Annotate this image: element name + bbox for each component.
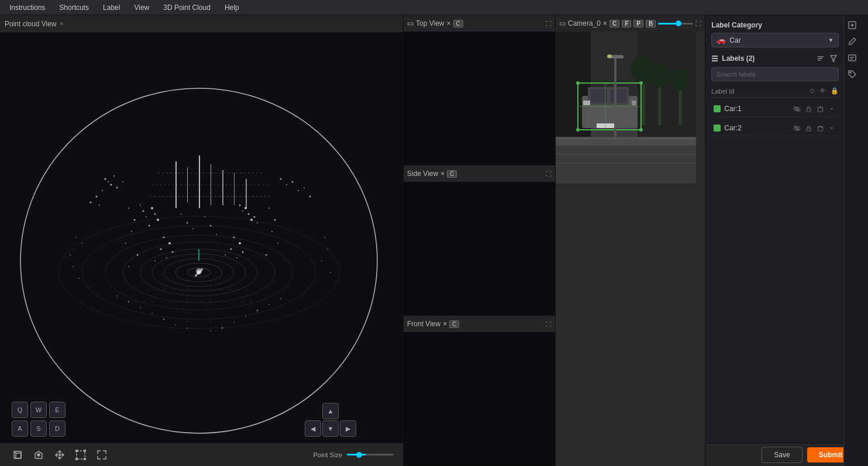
label-item-car1-actions bbox=[792, 104, 836, 113]
menu-view[interactable]: View bbox=[128, 2, 155, 13]
key-up[interactable]: ▲ bbox=[322, 403, 339, 419]
side-view-content[interactable] bbox=[404, 182, 555, 315]
tool-fullscreen-icon[interactable] bbox=[94, 447, 110, 463]
top-view-maximize-icon[interactable]: ⛶ bbox=[546, 20, 552, 27]
key-left[interactable]: ◀ bbox=[305, 420, 321, 437]
svg-point-141 bbox=[671, 70, 690, 91]
front-view-panel: Front View × C ⛶ bbox=[404, 316, 555, 466]
category-dropdown[interactable]: 🚗 Car ▼ bbox=[711, 33, 839, 47]
tool-segment-icon[interactable] bbox=[30, 447, 47, 463]
label-item-car2-lock[interactable] bbox=[804, 123, 813, 133]
point-size-control: Point Size bbox=[313, 451, 394, 458]
svg-rect-181 bbox=[807, 128, 811, 131]
search-labels-input[interactable] bbox=[711, 67, 839, 81]
svg-rect-165 bbox=[849, 55, 856, 61]
svg-point-62 bbox=[236, 257, 237, 258]
svg-point-92 bbox=[244, 207, 247, 209]
camera-minimize-icon[interactable]: ▭ bbox=[559, 19, 566, 27]
svg-rect-123 bbox=[77, 451, 85, 459]
key-right[interactable]: ▶ bbox=[340, 420, 356, 437]
menu-help[interactable]: Help bbox=[219, 2, 245, 13]
front-view-maximize-icon[interactable]: ⛶ bbox=[546, 321, 552, 327]
point-cloud-title: Point cloud View bbox=[5, 20, 57, 28]
camera-btn-b[interactable]: B bbox=[646, 20, 656, 27]
side-view-maximize-icon[interactable]: ⛶ bbox=[546, 171, 552, 177]
top-view-minimize-icon[interactable]: ▭ bbox=[407, 19, 414, 27]
top-view-header: ▭ Top View × C ⛶ bbox=[404, 15, 555, 32]
tool-3d-icon[interactable] bbox=[9, 447, 26, 463]
label-item-car1-delete[interactable] bbox=[815, 104, 825, 113]
label-item-car1-eye[interactable] bbox=[792, 104, 801, 113]
label-item-car1[interactable]: Car:1 bbox=[711, 101, 839, 117]
svg-point-35 bbox=[90, 202, 92, 203]
camera-maximize-icon[interactable]: ⛶ bbox=[695, 20, 701, 27]
front-view-close-btn[interactable]: × bbox=[443, 320, 447, 328]
point-cloud-panel: Point cloud View × bbox=[0, 15, 404, 466]
svg-point-99 bbox=[196, 268, 202, 274]
label-item-car1-lock[interactable] bbox=[804, 104, 813, 113]
svg-point-57 bbox=[160, 248, 162, 250]
labels-filter-btn[interactable] bbox=[828, 53, 839, 64]
menu-label[interactable]: Label bbox=[97, 2, 126, 13]
menu-instructions[interactable]: Instructions bbox=[4, 2, 51, 13]
top-view-header-left: ▭ Top View × C bbox=[407, 19, 463, 27]
label-item-car2-delete[interactable] bbox=[815, 123, 825, 133]
svg-point-42 bbox=[128, 208, 129, 209]
svg-rect-0 bbox=[0, 33, 403, 466]
labels-sort-btn[interactable] bbox=[815, 53, 826, 64]
point-cloud-content[interactable]: Q W E A S D ▲ ◀ ▼ ▶ bbox=[0, 33, 403, 466]
svg-point-26 bbox=[105, 178, 106, 180]
side-icon-label[interactable] bbox=[846, 51, 859, 64]
key-a[interactable]: A bbox=[12, 420, 28, 437]
menu-3d-point-cloud[interactable]: 3D Point Cloud bbox=[157, 2, 216, 13]
front-view-badge[interactable]: C bbox=[449, 320, 459, 328]
top-view-badge[interactable]: C bbox=[453, 20, 463, 27]
toolbar-icons bbox=[9, 447, 110, 463]
label-item-car2-expand[interactable] bbox=[827, 123, 836, 133]
side-view-header-left: Side View × C bbox=[407, 170, 457, 178]
point-size-slider[interactable] bbox=[347, 454, 394, 455]
camera-btn-p[interactable]: P bbox=[633, 20, 643, 27]
label-item-car1-expand[interactable] bbox=[827, 104, 836, 113]
key-down[interactable]: ▼ bbox=[322, 420, 339, 437]
key-w[interactable]: W bbox=[30, 402, 47, 418]
svg-point-64 bbox=[225, 254, 226, 256]
label-item-car2-eye[interactable] bbox=[792, 123, 801, 133]
menu-shortcuts[interactable]: Shortcuts bbox=[53, 2, 95, 13]
side-view-badge[interactable]: C bbox=[447, 170, 457, 178]
side-icon-tag[interactable] bbox=[846, 68, 859, 81]
key-d[interactable]: D bbox=[49, 420, 66, 437]
svg-point-89 bbox=[146, 216, 147, 218]
svg-point-85 bbox=[151, 207, 153, 209]
point-cloud-close-button[interactable]: × bbox=[60, 20, 64, 27]
svg-point-29 bbox=[102, 190, 103, 191]
camera-btn-f[interactable]: F bbox=[622, 20, 631, 27]
key-e[interactable]: E bbox=[49, 402, 66, 418]
side-icon-annotate[interactable] bbox=[846, 19, 859, 32]
tool-move-icon[interactable] bbox=[51, 447, 68, 463]
camera-btn-c[interactable]: C bbox=[609, 20, 619, 27]
bottom-toolbar: Point Size bbox=[0, 443, 403, 466]
key-s[interactable]: S bbox=[30, 420, 47, 437]
front-view-content[interactable] bbox=[404, 332, 555, 465]
key-q[interactable]: Q bbox=[12, 402, 28, 418]
camera-image-area[interactable] bbox=[556, 32, 705, 466]
svg-point-58 bbox=[154, 260, 156, 261]
label-item-car2[interactable]: Car:2 bbox=[711, 120, 839, 136]
top-view-close-btn[interactable]: × bbox=[446, 19, 450, 27]
side-icon-edit[interactable] bbox=[846, 35, 859, 48]
svg-point-161 bbox=[607, 54, 612, 58]
label-color-car2 bbox=[714, 125, 721, 132]
save-button[interactable]: Save bbox=[762, 447, 802, 463]
side-view-close-btn[interactable]: × bbox=[440, 170, 445, 178]
front-view-header: Front View × C ⛶ bbox=[404, 316, 555, 332]
top-view-content[interactable] bbox=[404, 32, 555, 165]
svg-point-45 bbox=[125, 243, 126, 244]
brightness-slider[interactable] bbox=[658, 23, 693, 25]
list-icon: ☰ bbox=[711, 54, 718, 63]
arrow-keys: ▲ ◀ ▼ ▶ bbox=[305, 403, 356, 437]
tool-box-icon[interactable] bbox=[73, 447, 89, 463]
svg-marker-172 bbox=[831, 56, 836, 61]
camera-close-btn[interactable]: × bbox=[603, 19, 607, 27]
svg-point-61 bbox=[242, 251, 244, 253]
